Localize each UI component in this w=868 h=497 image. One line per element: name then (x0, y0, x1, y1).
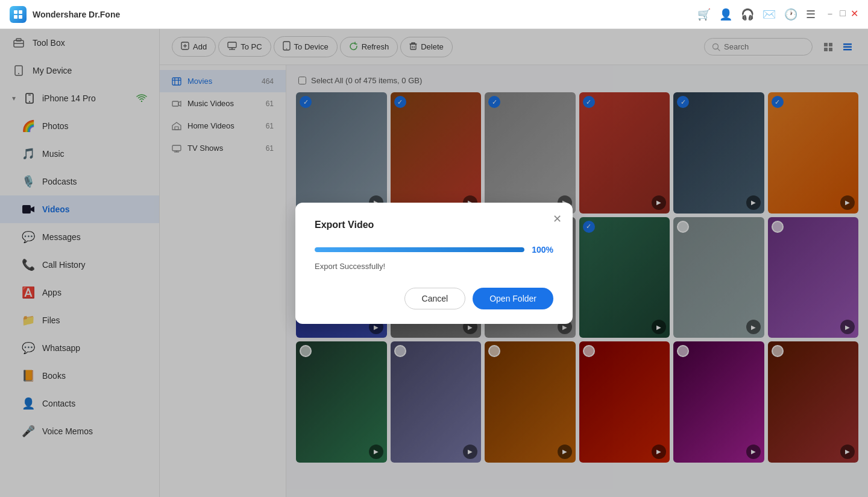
progress-bar-fill (315, 247, 524, 252)
headphone-icon[interactable]: 🎧 (741, 8, 754, 21)
svg-rect-2 (14, 15, 17, 19)
cart-icon[interactable]: 🛒 (697, 8, 711, 21)
modal-actions: Cancel Open Folder (315, 288, 553, 309)
open-folder-button[interactable]: Open Folder (473, 288, 553, 309)
minimize-button[interactable]: － (825, 8, 835, 21)
window-controls: － □ ✕ (825, 8, 858, 21)
app-logo (10, 6, 27, 23)
app-title: Wondershare Dr.Fone (33, 10, 697, 19)
progress-row: 100% (315, 245, 553, 255)
clock-icon[interactable]: 🕐 (784, 8, 797, 21)
title-bar-icons: 🛒 👤 🎧 ✉️ 🕐 ☰ (697, 8, 816, 21)
list-icon[interactable]: ☰ (806, 8, 816, 21)
svg-rect-1 (19, 10, 22, 14)
mail-icon[interactable]: ✉️ (763, 8, 776, 21)
modal-overlay: Export Video ✕ 100% Export Successfully!… (0, 29, 868, 497)
cancel-button[interactable]: Cancel (404, 288, 466, 309)
user-icon[interactable]: 👤 (719, 8, 732, 21)
close-button[interactable]: ✕ (851, 8, 858, 21)
export-status: Export Successfully! (315, 262, 553, 271)
modal-title: Export Video (315, 220, 553, 230)
modal-close-button[interactable]: ✕ (553, 212, 562, 226)
svg-rect-3 (19, 15, 22, 19)
export-modal: Export Video ✕ 100% Export Successfully!… (295, 203, 573, 324)
progress-percent: 100% (532, 245, 553, 255)
title-bar: Wondershare Dr.Fone 🛒 👤 🎧 ✉️ 🕐 ☰ － □ ✕ (0, 0, 868, 29)
maximize-button[interactable]: □ (840, 8, 846, 21)
svg-rect-0 (14, 10, 17, 14)
progress-bar-bg (315, 247, 524, 252)
